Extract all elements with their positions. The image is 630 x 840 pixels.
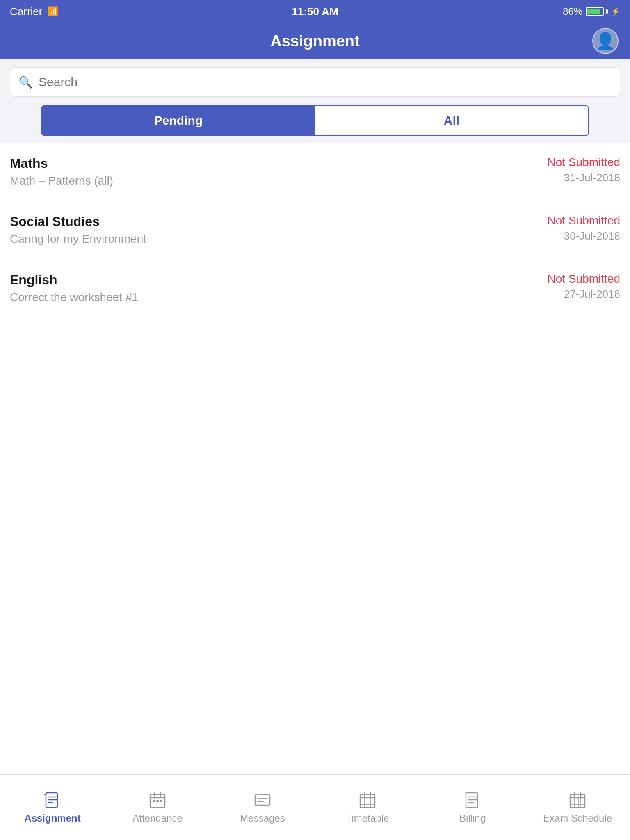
assignment-status-social: Not Submitted <box>548 214 620 227</box>
exam-schedule-nav-icon <box>568 791 587 809</box>
svg-rect-11 <box>160 800 162 802</box>
nav-item-attendance[interactable]: Attendance <box>121 791 194 824</box>
nav-item-messages[interactable]: Messages <box>226 791 299 824</box>
wifi-icon: 📶 <box>47 6 58 17</box>
search-bar: 🔍 <box>10 67 620 97</box>
billing-nav-icon <box>463 791 482 809</box>
nav-item-assignment[interactable]: Assignment <box>16 791 89 824</box>
assignment-desc-social: Caring for my Environment <box>10 233 548 246</box>
nav-label-billing: Billing <box>459 813 486 824</box>
assignment-subject-maths: Maths <box>10 156 548 171</box>
page-title: Assignment <box>270 32 359 50</box>
header: Assignment 👤 <box>0 23 630 59</box>
nav-label-assignment: Assignment <box>24 813 80 824</box>
assignment-status-english: Not Submitted <box>548 272 620 285</box>
assignment-desc-english: Correct the worksheet #1 <box>10 291 548 304</box>
assignment-list: Maths Math – Patterns (all) Not Submitte… <box>0 143 630 317</box>
assignment-date-english: 27-Jul-2018 <box>548 288 620 301</box>
assignment-item-maths[interactable]: Maths Math – Patterns (all) Not Submitte… <box>10 143 620 201</box>
filter-tabs: Pending All <box>41 105 589 136</box>
nav-item-timetable[interactable]: Timetable <box>331 791 404 824</box>
tab-pending[interactable]: Pending <box>42 106 315 135</box>
nav-label-timetable: Timetable <box>346 813 389 824</box>
assignment-item-english[interactable]: English Correct the worksheet #1 Not Sub… <box>10 259 620 317</box>
avatar[interactable]: 👤 <box>592 28 619 54</box>
tabs-container: Pending All <box>0 105 630 143</box>
tab-all[interactable]: All <box>315 106 588 135</box>
nav-label-attendance: Attendance <box>132 813 182 824</box>
charging-icon: ⚡ <box>611 7 620 16</box>
messages-nav-icon <box>253 791 272 809</box>
assignment-date-social: 30-Jul-2018 <box>548 230 620 242</box>
nav-label-exam-schedule: Exam Schedule <box>543 813 612 824</box>
nav-item-billing[interactable]: Billing <box>436 791 509 824</box>
svg-rect-10 <box>156 800 159 802</box>
carrier-label: Carrier <box>10 5 42 18</box>
assignment-desc-maths: Math – Patterns (all) <box>10 174 548 187</box>
assignment-status-maths: Not Submitted <box>548 156 620 169</box>
status-bar: Carrier 📶 11:50 AM 86% ⚡ <box>0 0 630 23</box>
battery-indicator <box>586 7 608 16</box>
assignment-item-social[interactable]: Social Studies Caring for my Environment… <box>10 201 620 259</box>
assignment-nav-icon <box>43 791 62 809</box>
svg-rect-12 <box>255 794 270 805</box>
assignment-subject-social: Social Studies <box>10 214 548 229</box>
search-input[interactable] <box>39 75 612 89</box>
search-icon: 🔍 <box>18 75 33 89</box>
attendance-nav-icon <box>148 791 167 809</box>
timetable-nav-icon <box>358 791 377 809</box>
assignment-subject-english: English <box>10 272 548 288</box>
status-time: 11:50 AM <box>292 5 338 18</box>
bottom-nav: Assignment Attendance Messages <box>0 774 630 840</box>
battery-percent: 86% <box>563 6 582 17</box>
avatar-icon: 👤 <box>595 32 616 51</box>
nav-item-exam-schedule[interactable]: Exam Schedule <box>541 791 614 824</box>
assignment-date-maths: 31-Jul-2018 <box>548 171 620 184</box>
nav-label-messages: Messages <box>240 813 285 824</box>
svg-rect-9 <box>153 800 155 802</box>
search-container: 🔍 <box>0 59 630 105</box>
